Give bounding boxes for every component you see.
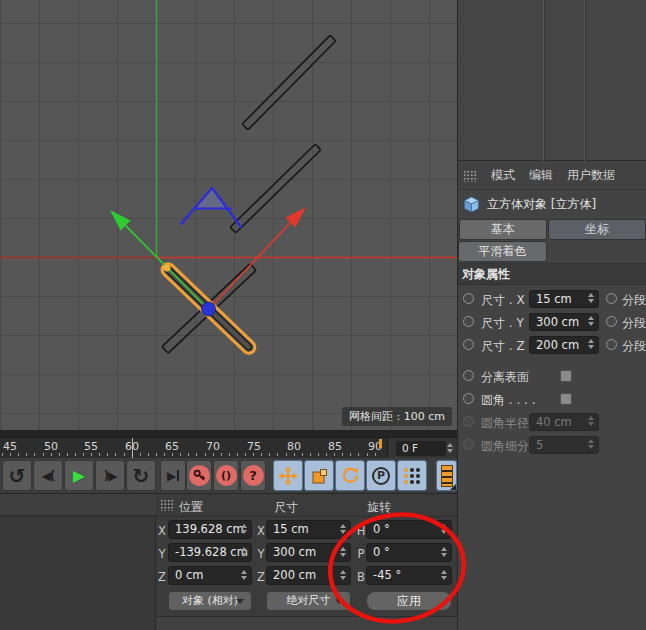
viewport-canvas[interactable]: 网格间距 : 100 cm bbox=[0, 0, 457, 430]
gizmo-x-axis[interactable] bbox=[209, 223, 290, 309]
key-parameters-button[interactable]: P bbox=[366, 460, 396, 491]
position-z-field[interactable]: 0 cm bbox=[168, 566, 252, 585]
cinema4d-window: 网格间距 : 100 cm 45 50 55 60 65 70 75 80 85… bbox=[0, 0, 646, 630]
render-settings-button[interactable] bbox=[436, 460, 457, 491]
film-strip-icon bbox=[441, 465, 453, 487]
autokey-button[interactable]: () bbox=[213, 460, 239, 491]
rotation-b-stepper[interactable] bbox=[440, 570, 448, 580]
key-scale-button[interactable] bbox=[304, 460, 334, 491]
menu-edit[interactable]: 编辑 bbox=[529, 167, 553, 184]
cube-object-middle[interactable] bbox=[230, 144, 321, 233]
attr-label: 尺寸 . Z bbox=[481, 338, 525, 355]
current-frame-box: 0 F bbox=[388, 437, 457, 458]
tab-phong[interactable]: 平滑着色(Phong) bbox=[458, 241, 547, 262]
position-z-value: 0 cm bbox=[175, 568, 204, 582]
size-mode-dropdown[interactable]: 绝对尺寸 bbox=[266, 591, 351, 611]
attr-stepper[interactable] bbox=[587, 316, 595, 326]
skip-to-end-button[interactable]: ▶ bbox=[160, 460, 186, 491]
pos-y-label: Y bbox=[157, 547, 167, 561]
size-x-stepper[interactable] bbox=[339, 524, 347, 534]
current-frame-field[interactable]: 0 F bbox=[396, 441, 446, 456]
next-frame-icon: )▶ bbox=[104, 469, 117, 483]
size-z-attr-field[interactable]: 200 cm bbox=[529, 336, 599, 354]
menu-user-data[interactable]: 用户数据 bbox=[567, 167, 615, 184]
apply-button[interactable]: 应用 bbox=[366, 591, 452, 611]
rotation-h-stepper[interactable] bbox=[440, 524, 448, 534]
cube-parameter-handle[interactable] bbox=[164, 265, 171, 272]
gizmo-z-axis-dot[interactable] bbox=[202, 302, 216, 316]
key-position-button[interactable] bbox=[273, 460, 303, 491]
animation-toggle[interactable] bbox=[606, 293, 617, 304]
separate-surfaces-checkbox[interactable] bbox=[560, 370, 572, 382]
timeline-ruler[interactable]: 45 50 55 60 65 70 75 80 85 90 bbox=[0, 437, 388, 458]
key-rotation-button[interactable] bbox=[335, 460, 365, 491]
keyframe-options-button[interactable]: ? bbox=[240, 460, 266, 491]
rotation-p-field[interactable]: 0 ° bbox=[366, 543, 452, 562]
next-frame-button[interactable]: )▶ bbox=[95, 460, 125, 491]
position-mode-dropdown[interactable]: 对象 (相对) bbox=[168, 591, 252, 611]
tab-basic[interactable]: 基本 bbox=[459, 219, 547, 240]
parameter-p-icon: P bbox=[372, 467, 390, 485]
size-y-value: 300 cm bbox=[273, 545, 316, 559]
cube-object-top[interactable] bbox=[242, 35, 336, 129]
goto-start-button[interactable]: ↺ bbox=[2, 460, 32, 491]
object-manager-empty-area[interactable] bbox=[458, 0, 646, 161]
fillet-subdivision-field: 5 bbox=[529, 436, 599, 454]
animation-toggle[interactable] bbox=[606, 316, 617, 327]
record-keyframe-button[interactable] bbox=[186, 460, 212, 491]
ruler-tick-label: 80 bbox=[280, 440, 308, 453]
position-x-field[interactable]: 139.628 cm bbox=[168, 520, 252, 539]
size-z-field[interactable]: 200 cm bbox=[266, 566, 351, 585]
point-level-dots-icon bbox=[404, 468, 420, 484]
pos-x-label: X bbox=[157, 524, 167, 538]
animation-toggle[interactable] bbox=[606, 339, 617, 350]
position-y-field[interactable]: -139.628 cm bbox=[168, 543, 252, 562]
column-splitter[interactable] bbox=[584, 0, 585, 161]
animation-toggle[interactable] bbox=[463, 316, 474, 327]
previous-frame-button[interactable]: ◀( bbox=[33, 460, 63, 491]
animation-toggle[interactable] bbox=[463, 293, 474, 304]
size-y-stepper[interactable] bbox=[339, 547, 347, 557]
size-z-stepper[interactable] bbox=[339, 570, 347, 580]
ruler-tick-label: 85 bbox=[321, 440, 349, 453]
attr-row-size-y: 尺寸 . Y 300 cm 分段 bbox=[458, 312, 646, 333]
ruler-range-end-marker[interactable] bbox=[379, 439, 382, 448]
panel-drag-grip[interactable] bbox=[160, 499, 174, 511]
ruler-tick-label: 45 bbox=[0, 440, 24, 453]
size-y-attr-field[interactable]: 300 cm bbox=[529, 313, 599, 331]
tab-coordinates[interactable]: 坐标 bbox=[548, 219, 646, 240]
fillet-checkbox[interactable] bbox=[560, 393, 572, 405]
key-point-level-button[interactable] bbox=[397, 460, 427, 491]
goto-end-button[interactable]: ↻ bbox=[126, 460, 156, 491]
position-y-stepper[interactable] bbox=[240, 547, 248, 557]
position-x-value: 139.628 cm bbox=[175, 522, 244, 536]
attr-stepper[interactable] bbox=[587, 339, 595, 349]
attr-stepper[interactable] bbox=[587, 293, 595, 303]
animation-toggle[interactable] bbox=[463, 339, 474, 350]
play-icon: ▶ bbox=[73, 466, 85, 485]
rotation-h-field[interactable]: 0 ° bbox=[366, 520, 452, 539]
menu-mode[interactable]: 模式 bbox=[491, 167, 515, 184]
play-button[interactable]: ▶ bbox=[64, 460, 94, 491]
rotation-b-field[interactable]: -45 ° bbox=[366, 566, 452, 585]
position-x-stepper[interactable] bbox=[240, 524, 248, 534]
rotation-p-stepper[interactable] bbox=[440, 547, 448, 557]
coords-divider bbox=[157, 516, 457, 517]
ruler-tick-label: 65 bbox=[158, 440, 186, 453]
animation-toggle[interactable] bbox=[463, 370, 474, 381]
size-x-field[interactable]: 15 cm bbox=[266, 520, 351, 539]
rot-b-label: B bbox=[356, 570, 366, 584]
cube-icon bbox=[463, 196, 480, 213]
material-manager-panel[interactable] bbox=[0, 494, 156, 630]
menu-drag-grip[interactable] bbox=[463, 170, 477, 182]
ruler-marker[interactable] bbox=[132, 438, 133, 459]
animation-toggle[interactable] bbox=[463, 393, 474, 404]
size-x-attr-field[interactable]: 15 cm bbox=[529, 290, 599, 308]
size-y-field[interactable]: 300 cm bbox=[266, 543, 351, 562]
column-splitter[interactable] bbox=[543, 0, 544, 161]
size-column-title: 尺寸 bbox=[274, 499, 298, 516]
attr-value: 200 cm bbox=[536, 338, 579, 352]
position-z-stepper[interactable] bbox=[240, 570, 248, 580]
attr-label: 分离表面 bbox=[481, 369, 529, 386]
frame-stepper[interactable] bbox=[446, 443, 454, 453]
